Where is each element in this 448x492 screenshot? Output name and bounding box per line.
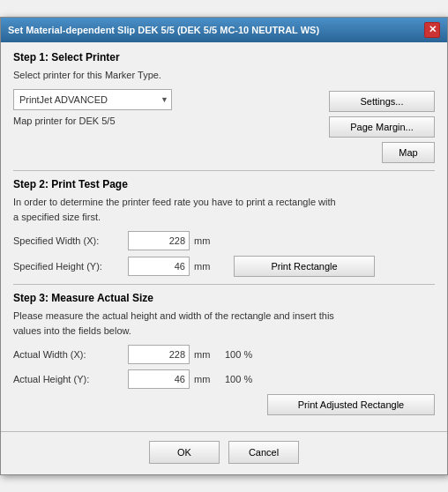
actual-width-row: Actual Width (X): mm 100 % — [13, 345, 435, 364]
printer-select-wrap[interactable]: PrintJet ADVANCED ▼ — [13, 89, 172, 110]
specified-height-label: Specified Height (Y): — [13, 261, 128, 272]
step1-desc: Select printer for this Marker Type. — [13, 68, 435, 83]
printer-row: PrintJet ADVANCED ▼ — [13, 89, 320, 110]
printer-select[interactable]: PrintJet ADVANCED — [13, 89, 172, 110]
actual-width-unit: mm — [194, 349, 216, 360]
map-button[interactable]: Map — [382, 142, 435, 163]
specified-width-row: Specified Width (X): mm — [13, 231, 435, 250]
specified-width-unit: mm — [194, 235, 216, 246]
specified-height-unit: mm — [194, 261, 216, 272]
step3-desc: Please measure the actual height and wid… — [13, 309, 435, 338]
specified-height-row: Specified Height (Y): mm Print Rectangle — [13, 256, 435, 277]
actual-height-percent: 100 % — [225, 374, 260, 384]
specified-width-label: Specified Width (X): — [13, 235, 128, 246]
actual-height-unit: mm — [194, 374, 216, 384]
cancel-button[interactable]: Cancel — [228, 441, 299, 464]
step2-section: Step 2: Print Test Page In order to dete… — [13, 178, 435, 277]
page-margin-button[interactable]: Page Margin... — [329, 116, 435, 138]
print-rectangle-button[interactable]: Print Rectangle — [234, 256, 375, 277]
step3-title: Step 3: Measure Actual Size — [13, 292, 435, 304]
print-adjusted-rectangle-button[interactable]: Print Adjusted Rectangle — [267, 394, 435, 415]
actual-height-label: Actual Height (Y): — [13, 374, 128, 384]
step1-right-buttons: Settings... Page Margin... Map — [329, 89, 435, 163]
actual-width-label: Actual Width (X): — [13, 349, 128, 360]
title-bar: Set Material-dependent Slip DEK 5/5 (DEK… — [1, 18, 447, 42]
divider2 — [13, 284, 435, 285]
step1-section: Step 1: Select Printer Select printer fo… — [13, 51, 435, 164]
divider1 — [13, 170, 435, 171]
step1-title: Step 1: Select Printer — [13, 51, 435, 63]
settings-button[interactable]: Settings... — [329, 91, 435, 112]
actual-height-row: Actual Height (Y): mm 100 % — [13, 369, 435, 389]
specified-height-input[interactable] — [128, 257, 190, 276]
step2-title: Step 2: Print Test Page — [13, 178, 435, 190]
actual-width-input[interactable] — [128, 345, 190, 364]
step3-section: Step 3: Measure Actual Size Please measu… — [13, 292, 435, 415]
map-label: Map printer for DEK 5/5 — [13, 116, 116, 126]
dialog: Set Material-dependent Slip DEK 5/5 (DEK… — [0, 17, 448, 476]
step2-desc: In order to determine the printer feed r… — [13, 195, 435, 224]
map-row: Map printer for DEK 5/5 — [13, 116, 320, 126]
ok-button[interactable]: OK — [149, 441, 220, 464]
actual-width-percent: 100 % — [225, 349, 260, 360]
dialog-footer: OK Cancel — [1, 431, 447, 474]
close-button[interactable]: ✕ — [424, 22, 440, 38]
dialog-title: Set Material-dependent Slip DEK 5/5 (DEK… — [8, 25, 319, 35]
dialog-body: Step 1: Select Printer Select printer fo… — [1, 42, 447, 432]
specified-width-input[interactable] — [128, 231, 190, 250]
actual-height-input[interactable] — [128, 369, 190, 389]
